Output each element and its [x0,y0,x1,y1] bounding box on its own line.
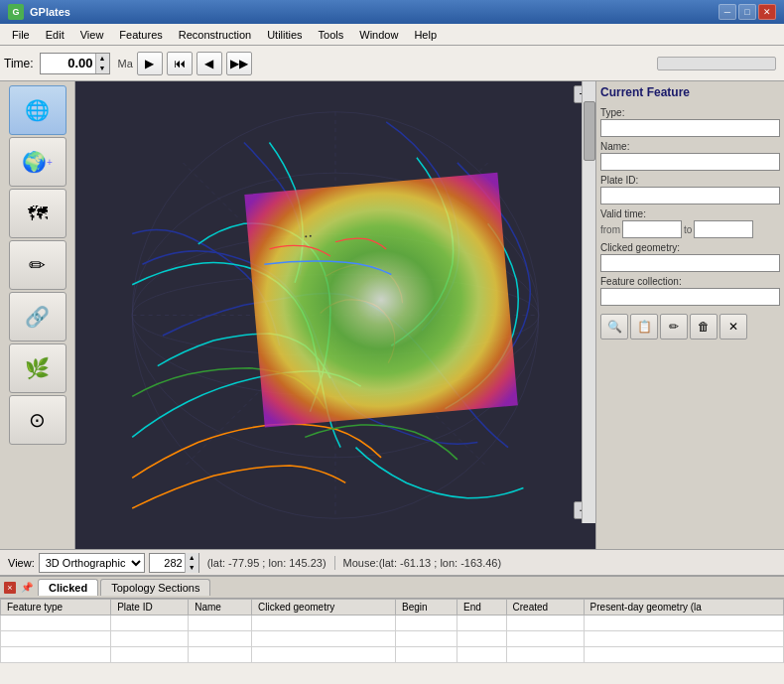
zoom-decrement-button[interactable]: ▼ [185,563,198,573]
feature-collection-label: Feature collection: [600,276,780,287]
copy-feature-button[interactable]: 📋 [630,314,658,340]
menu-utilities[interactable]: Utilities [259,25,310,45]
map-container[interactable]: • • + − [75,81,595,549]
v-scroll-thumb [584,101,595,161]
time-decrement-button[interactable]: ▼ [95,64,109,73]
view-select[interactable]: 3D Orthographic [39,553,145,573]
panel-title: Current Feature [600,85,780,99]
plate-id-input[interactable] [600,187,780,205]
bottom-panel: × 📌 Clicked Topology Sections Feature ty… [0,575,784,684]
from-input[interactable] [622,220,682,238]
name-label: Name: [600,141,780,152]
data-table: Feature type Plate ID Name Clicked geome… [0,599,784,663]
name-input[interactable] [600,153,780,171]
map-svg: • • [75,81,595,549]
time-input-container: ▲ ▼ [40,53,110,74]
menu-tools[interactable]: Tools [311,25,352,45]
coord-display: (lat: -77.95 ; lon: 145.23) [207,557,327,569]
status-divider [334,556,335,570]
svg-point-8 [132,275,539,356]
menu-window[interactable]: Window [351,25,406,45]
svg-point-7 [132,173,539,458]
menu-file[interactable]: File [4,25,38,45]
panel-buttons: 🔍 📋 ✏ 🗑 ✕ [600,314,780,340]
skip-back-button[interactable]: ⏮ [167,52,193,75]
time-label: Time: [4,57,34,70]
ma-label: Ma [118,58,133,69]
tool-edit[interactable]: ✏ [9,240,66,290]
title-bar-controls[interactable]: ─ □ ✕ [719,4,776,20]
zoom-input[interactable] [150,557,185,569]
map-vertical-scrollbar[interactable] [582,81,595,523]
step-forward-button[interactable]: ▶▶ [226,52,252,75]
clicked-geom-input[interactable] [600,254,780,272]
menu-view[interactable]: View [72,25,112,45]
toolbar-scrollbar[interactable] [657,57,776,70]
table-row [1,647,784,663]
delete-feature-button[interactable]: 🗑 [690,314,718,340]
plate-id-label: Plate ID: [600,175,780,186]
table-container: Feature type Plate ID Name Clicked geome… [0,599,784,684]
zoom-spin-buttons: ▲ ▼ [185,553,198,573]
table-row [1,616,784,631]
minimize-button[interactable]: ─ [719,4,736,20]
tool-globe-rotate[interactable]: 🌐 [9,85,66,135]
col-name: Name [189,600,252,616]
left-toolbar: 🌐 🌍 + 🗺 ✏ 🔗 🌿 ⊙ [0,81,75,549]
svg-rect-9 [244,173,518,428]
view-select-container: View: 3D Orthographic [8,553,145,573]
time-input[interactable] [41,56,95,70]
close-feature-button[interactable]: ✕ [719,314,747,340]
valid-time-row: from to [600,220,780,238]
svg-point-1 [132,112,539,519]
time-spin-buttons: ▲ ▼ [95,54,109,73]
play-button[interactable]: ▶ [137,52,163,75]
from-label: from [600,224,620,235]
edit-feature-button[interactable]: ✏ [660,314,688,340]
zoom-increment-button[interactable]: ▲ [185,553,198,563]
type-input[interactable] [600,119,780,137]
app-icon: G [8,4,24,20]
svg-line-5 [183,163,487,468]
zoom-container: ▲ ▼ [149,553,199,573]
toolbar-row: Time: ▲ ▼ Ma ▶ ⏮ ◀ ▶▶ [0,46,784,81]
col-feature-type: Feature type [1,600,111,616]
to-input[interactable] [694,220,753,238]
tool-topology[interactable]: 🔗 [9,292,66,342]
tool-globe-zoom[interactable]: 🌍 + [9,137,66,187]
menu-bar: File Edit View Features Reconstruction U… [0,24,784,46]
title-bar-left: G GPlates [8,4,70,20]
bottom-panel-header: × 📌 Clicked Topology Sections [0,577,784,599]
svg-line-4 [183,163,487,468]
feature-collection-input[interactable] [600,288,780,306]
view-label: View: [8,557,35,569]
svg-point-6 [132,234,539,397]
tool-africa-view[interactable]: 🗺 [9,189,66,238]
step-back-button[interactable]: ◀ [196,52,222,75]
time-increment-button[interactable]: ▲ [95,54,109,64]
clicked-geom-label: Clicked geometry: [600,242,780,253]
menu-help[interactable]: Help [406,25,445,45]
col-present-day-geometry: Present-day geometry (la [584,600,783,616]
tab-clicked[interactable]: Clicked [38,579,98,596]
menu-edit[interactable]: Edit [38,25,72,45]
search-feature-button[interactable]: 🔍 [600,314,628,340]
close-button[interactable]: ✕ [758,4,776,20]
to-label: to [684,224,692,235]
menu-reconstruction[interactable]: Reconstruction [171,25,259,45]
table-body [1,616,784,663]
table-row [1,631,784,647]
right-panel: Current Feature Type: Name: Plate ID: Va… [595,81,784,549]
tool-layer[interactable]: ⊙ [9,395,66,445]
tool-feature[interactable]: 🌿 [9,343,66,393]
tab-topology-sections[interactable]: Topology Sections [100,579,210,596]
mouse-label: Mouse: [343,557,379,569]
pin-button[interactable]: 📌 [20,581,34,595]
svg-rect-0 [102,81,570,549]
app-container: Time: ▲ ▼ Ma ▶ ⏮ ◀ ▶▶ 🌐 🌍 + 🗺 ✏ 🔗 🌿 ⊙ [0,46,784,684]
bottom-panel-close[interactable]: × [4,582,16,594]
title-bar: G GPlates ─ □ ✕ [0,0,784,24]
tab-container: Clicked Topology Sections [38,579,210,596]
maximize-button[interactable]: □ [738,4,756,20]
menu-features[interactable]: Features [111,25,170,45]
